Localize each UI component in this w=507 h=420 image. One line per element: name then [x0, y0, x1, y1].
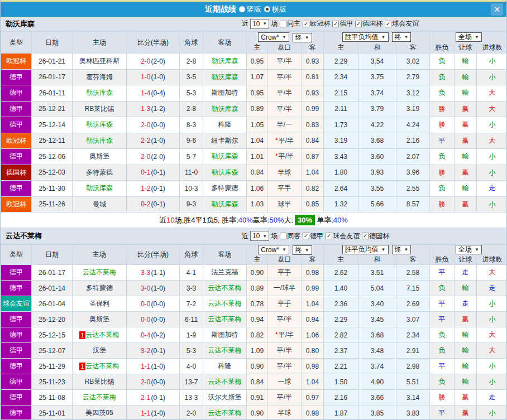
cell-result-wdl: 勝: [430, 117, 455, 133]
cell-home-team[interactable]: 勒沃库森: [73, 85, 127, 102]
close-icon[interactable]: ✕: [491, 3, 503, 16]
away-team-name: 云达不莱梅: [208, 409, 242, 417]
cell-home-team[interactable]: 奥斯堡: [73, 312, 127, 327]
cell-away-team[interactable]: 斯图加特: [203, 85, 247, 102]
cell-home-team[interactable]: 云达不莱梅: [73, 390, 127, 405]
cell-handicap-away-odds: 0.99: [302, 281, 324, 296]
cell-away-team[interactable]: 云达不莱梅: [203, 343, 247, 359]
cell-away-team[interactable]: 多特蒙德: [203, 181, 247, 197]
cell-home-team[interactable]: RB莱比锡: [73, 374, 127, 390]
cell-home-team[interactable]: 美因茨05: [73, 405, 127, 420]
table-row: 德甲25-11-01美因茨051-1(1-0)2-0云达不莱梅0.90半球0.9…: [1, 405, 507, 420]
cell-home-team[interactable]: 多特蒙德: [73, 281, 127, 296]
cell-handicap-home-odds: 0.95: [247, 54, 268, 70]
checkbox-label: 德甲: [339, 19, 353, 28]
cell-home-team[interactable]: 霍芬海姆: [73, 69, 127, 85]
cell-away-team[interactable]: 云达不莱梅: [203, 296, 247, 312]
final-wdl-select[interactable]: 终▼: [392, 32, 412, 42]
halftime-score: (1-2): [151, 105, 165, 113]
radio-vertical-layout[interactable]: 竖版: [239, 4, 261, 15]
league-filter-checkbox[interactable]: ✓球会友谊: [385, 19, 419, 28]
league-filter-checkbox[interactable]: ✓德甲: [303, 231, 323, 241]
league-filter-checkbox[interactable]: 同主: [280, 19, 300, 28]
cell-away-team[interactable]: 科隆: [203, 117, 247, 133]
cell-away-team[interactable]: 勒沃库森: [203, 165, 247, 181]
cell-home-team[interactable]: 汉堡: [73, 343, 127, 359]
away-team-name: 法兰克福: [212, 268, 238, 276]
cell-home-team[interactable]: 1云达不莱梅: [73, 359, 127, 374]
panel-title: 近期战绩: [205, 4, 236, 15]
cell-away-team[interactable]: 斯图加特: [203, 327, 247, 343]
away-team-name: 多特蒙德: [212, 184, 238, 192]
league-filter-checkbox[interactable]: ✓欧冠杯: [303, 19, 330, 28]
cell-result-wdl: 平: [430, 296, 455, 312]
fulltime-select[interactable]: 全场▼: [456, 245, 482, 254]
cell-away-team[interactable]: 沃尔夫斯堡: [203, 390, 247, 405]
fulltime-select[interactable]: 全场▼: [456, 32, 482, 42]
league-filter-checkbox[interactable]: ✓德国杯: [355, 19, 382, 28]
cell-score: 1-1(1-0): [127, 405, 180, 420]
cell-home-team[interactable]: RB莱比锡: [73, 101, 127, 117]
cell-home-team[interactable]: 勒沃库森: [73, 117, 127, 133]
recent-count-select[interactable]: 10 ▼: [250, 231, 269, 241]
chevron-down-icon: ▼: [475, 247, 479, 252]
cell-away-team[interactable]: 云达不莱梅: [203, 281, 247, 296]
final-odds-select[interactable]: 终▼: [293, 33, 312, 42]
cell-result-wdl: 负: [430, 327, 455, 343]
cell-home-team[interactable]: 奥林匹亚科斯: [73, 54, 127, 70]
wdl-average-select[interactable]: 胜平负均值▼: [342, 32, 389, 42]
odds-provider-select[interactable]: Crow*▼: [258, 245, 289, 254]
chevron-down-icon: ▼: [404, 35, 409, 40]
radio-horizontal-layout[interactable]: 横版: [264, 4, 286, 15]
cell-home-team[interactable]: 奥斯堡: [73, 149, 127, 165]
cell-home-team[interactable]: 多特蒙德: [73, 165, 127, 181]
cell-handicap-away-odds: 1.04: [302, 374, 324, 390]
cell-odds-home-win: 1.87: [324, 405, 358, 420]
cell-away-team[interactable]: 云达不莱梅: [203, 405, 247, 420]
cell-away-team[interactable]: 云达不莱梅: [203, 374, 247, 390]
cell-score: 2-1(0-1): [127, 390, 180, 405]
final-wdl-select[interactable]: 终▼: [392, 245, 412, 254]
wdl-average-select[interactable]: 胜平负均值▼: [342, 245, 389, 254]
cell-home-team[interactable]: 曼城: [73, 196, 127, 213]
cell-away-team[interactable]: 勒沃库森: [203, 101, 247, 117]
cell-away-team[interactable]: 勒沃库森: [203, 196, 247, 213]
results-table-leverkusen: 类型 日期 主场 比分(半场) 角球 客场 Crow*▼终▼ 胜平负均值▼终▼ …: [1, 31, 507, 213]
cell-date: 25-11-29: [32, 359, 73, 374]
col-header-type: 类型: [1, 32, 32, 54]
cell-odds-draw: 3.68: [358, 133, 396, 149]
league-filter-checkbox[interactable]: 同客: [280, 231, 300, 241]
cell-away-team[interactable]: 勒沃库森: [203, 149, 247, 165]
odds-provider-select[interactable]: Crow*▼: [258, 32, 289, 42]
cell-away-team[interactable]: 纽卡斯尔: [203, 133, 247, 149]
cell-away-team[interactable]: 云达不莱梅: [203, 312, 247, 327]
cell-away-team[interactable]: 勒沃库森: [203, 54, 247, 70]
cell-home-team[interactable]: 勒沃库森: [73, 133, 127, 149]
cell-score: 0-4(0-2): [127, 327, 180, 343]
cell-away-team[interactable]: 勒沃库森: [203, 69, 247, 85]
league-filter-checkbox[interactable]: ✓球会友谊: [326, 231, 360, 241]
cell-home-team[interactable]: 云达不莱梅: [73, 265, 127, 281]
cell-handicap-home-odds: 0.95: [247, 85, 268, 102]
cell-result-handicap: 輸: [455, 85, 477, 102]
fulltime-score: 1-4: [141, 89, 150, 97]
final-odds-select[interactable]: 终▼: [293, 245, 312, 255]
league-filter-checkbox[interactable]: ✓德甲: [332, 19, 353, 28]
cell-home-team[interactable]: 圣保利: [73, 296, 127, 312]
recent-count-select[interactable]: 10 ▼: [250, 19, 269, 29]
cell-home-team[interactable]: 1云达不莱梅: [73, 327, 127, 343]
table-row: 德甲25-11-291云达不莱梅1-1(1-0)4-0科隆0.90平/半0.98…: [1, 359, 507, 374]
cell-home-team[interactable]: 勒沃库森: [73, 181, 127, 197]
cell-corners: 2-8: [180, 101, 203, 117]
cell-away-team[interactable]: 科隆: [203, 359, 247, 374]
cell-corners: 11-0: [180, 165, 203, 181]
home-team-name: 云达不莱梅: [83, 393, 116, 401]
cell-odds-away-win: 2.79: [396, 69, 430, 85]
cell-handicap-home-odds: 0.89: [247, 281, 268, 296]
cell-corners: 2-8: [180, 54, 203, 70]
halftime-score: (1-0): [151, 284, 165, 292]
cell-result-handicap: 輸: [455, 327, 477, 343]
cell-away-team[interactable]: 法兰克福: [203, 265, 247, 281]
cell-score: 2-0(2-0): [127, 54, 180, 70]
league-filter-checkbox[interactable]: ✓德国杯: [362, 231, 389, 241]
